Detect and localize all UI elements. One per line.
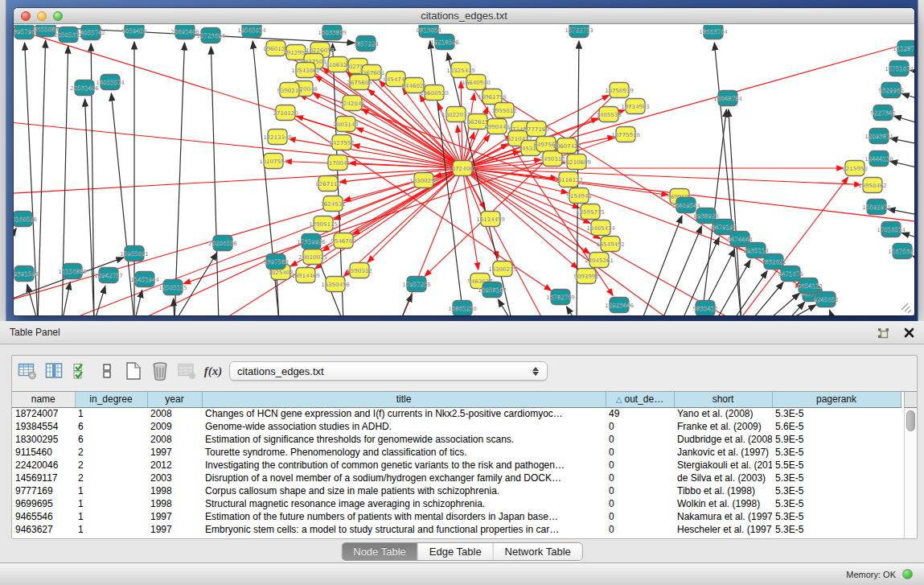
table-selector-combobox[interactable]: citations_edges.txt: [229, 361, 548, 381]
table-cell[interactable]: 2012: [147, 459, 202, 472]
table-cell[interactable]: 5.3E-5: [772, 523, 901, 536]
table-cell[interactable]: 5.6E-5: [772, 420, 901, 433]
network-node[interactable]: 12444118: [864, 151, 893, 167]
network-node[interactable]: 9242848: [339, 96, 364, 111]
table-cell[interactable]: Dudbridge et al. (2008): [674, 433, 772, 446]
network-node[interactable]: 7955812: [491, 103, 516, 118]
close-panel-icon[interactable]: [901, 326, 916, 340]
network-node[interactable]: 16914469: [291, 268, 320, 283]
table-cell[interactable]: Estimation of significance thresholds fo…: [202, 433, 606, 446]
network-node[interactable]: 17359926: [297, 234, 326, 249]
table-cell[interactable]: 19384554: [12, 420, 75, 433]
network-node[interactable]: 9329966: [878, 83, 904, 98]
table-row[interactable]: 911546021997Tourette syndrome. Phenomeno…: [12, 446, 901, 459]
network-node[interactable]: 9059458: [121, 25, 146, 39]
network-node[interactable]: 4170045: [325, 155, 350, 171]
table-cell[interactable]: 6: [75, 420, 147, 433]
table-cell[interactable]: Changes of HCN gene expression and I(f) …: [202, 407, 606, 420]
network-node[interactable]: 17957255: [402, 277, 431, 292]
table-cell[interactable]: 49: [606, 407, 674, 420]
network-node[interactable]: 11128774: [893, 41, 914, 56]
table-cell[interactable]: 9465546: [12, 510, 75, 523]
network-node[interactable]: 18775918: [611, 127, 640, 142]
network-node[interactable]: 16648784: [713, 91, 742, 106]
network-node[interactable]: 9397588: [263, 254, 288, 270]
table-cell[interactable]: 0: [606, 497, 674, 510]
network-node[interactable]: 9390213: [277, 83, 302, 98]
column-header-in_degree[interactable]: in_degree: [75, 392, 147, 407]
table-cell[interactable]: 1997: [147, 510, 202, 523]
network-node[interactable]: 20810035: [298, 249, 327, 265]
network-node[interactable]: 16033809: [318, 25, 347, 40]
delete-table-icon[interactable]: [149, 360, 171, 382]
table-cell[interactable]: 6: [75, 433, 147, 446]
table-cell[interactable]: 9777169: [12, 484, 75, 497]
column-header-pagerank[interactable]: pagerank: [772, 392, 901, 407]
table-cell[interactable]: Corpus callosum shape and size in male p…: [202, 484, 606, 497]
network-node[interactable]: 9154943: [566, 188, 591, 204]
table-cell[interactable]: 1: [75, 523, 147, 536]
network-node[interactable]: 20206556: [208, 236, 237, 251]
table-cell[interactable]: 0: [606, 472, 674, 484]
network-node[interactable]: 13210609: [562, 154, 591, 170]
network-node[interactable]: 7857224: [353, 36, 379, 51]
network-node[interactable]: 11451944: [130, 272, 159, 287]
table-cell[interactable]: 0: [606, 510, 674, 523]
table-cell[interactable]: 2008: [147, 433, 202, 446]
float-panel-icon[interactable]: [876, 326, 890, 340]
network-node[interactable]: 9835412: [692, 301, 717, 316]
network-node[interactable]: 22045261: [585, 253, 614, 268]
window-titlebar[interactable]: citations_edges.txt: [14, 8, 914, 24]
network-node[interactable]: 15955091: [120, 246, 149, 262]
table-header-row[interactable]: namein_degreeyeartitle△out_de…shortpager…: [12, 392, 901, 407]
table-cell[interactable]: 18724007: [12, 407, 75, 420]
table-row[interactable]: 1872400712008Changes of HCN gene express…: [12, 407, 901, 420]
table-cell[interactable]: Genome-wide association studies in ADHD.: [202, 420, 606, 433]
network-node[interactable]: 12093871: [864, 129, 893, 144]
zoom-window-icon[interactable]: [53, 11, 63, 21]
table-cell[interactable]: 2: [75, 459, 147, 472]
resize-grip-icon[interactable]: [901, 303, 911, 313]
network-node[interactable]: 15958462: [858, 178, 887, 193]
network-node[interactable]: 16116122: [554, 172, 583, 187]
table-cell[interactable]: 22420046: [12, 459, 75, 472]
node-table[interactable]: namein_degreeyeartitle△out_de…shortpager…: [12, 392, 901, 536]
table-row[interactable]: 2242004622012Investigating the contribut…: [12, 459, 901, 472]
column-header-short[interactable]: short: [674, 392, 772, 407]
table-cell[interactable]: Yano et al. (2008): [674, 407, 772, 420]
table-row[interactable]: 1938455462009Genome-wide association stu…: [12, 420, 901, 433]
network-node[interactable]: 19565014: [237, 25, 266, 38]
table-cell[interactable]: Stergiakouli et al. (2012): [674, 459, 772, 472]
table-cell[interactable]: 9463627: [12, 523, 75, 536]
table-cell[interactable]: 5.3E-5: [772, 497, 901, 510]
column-edit-icon[interactable]: [43, 360, 65, 382]
network-node[interactable]: 15350456: [321, 277, 350, 292]
network-node[interactable]: 9546780: [331, 233, 355, 249]
table-cell[interactable]: Tibbo et al. (1998): [674, 484, 772, 497]
table-cell[interactable]: 9115460: [12, 446, 75, 459]
table-cell[interactable]: 1: [75, 497, 147, 510]
network-node[interactable]: 8267110: [315, 176, 340, 192]
table-cell[interactable]: 0: [606, 433, 674, 446]
column-header-year[interactable]: year: [147, 392, 202, 407]
table-cell[interactable]: 1: [75, 484, 147, 497]
table-cell[interactable]: 18300295: [12, 433, 75, 446]
network-node[interactable]: 18485474: [586, 220, 615, 236]
network-node[interactable]: 17016514: [877, 222, 906, 237]
close-window-icon[interactable]: [21, 11, 31, 21]
network-node[interactable]: 9093992: [573, 269, 598, 284]
table-row[interactable]: 946362711997Embryonic stem cells: a mode…: [12, 523, 901, 536]
table-cell[interactable]: Disruption of a novel member of a sodium…: [202, 472, 606, 484]
vertical-scrollbar[interactable]: [904, 408, 917, 538]
table-cell[interactable]: 2: [75, 472, 147, 484]
table-cell[interactable]: Tourette syndrome. Phenomenology and cla…: [202, 446, 606, 459]
table-cell[interactable]: Hescheler et al. (1997): [674, 523, 772, 536]
new-table-icon[interactable]: [122, 360, 145, 382]
network-node[interactable]: 8990448: [484, 119, 509, 134]
rows-icon[interactable]: [96, 360, 118, 382]
network-node[interactable]: 14595775: [576, 204, 605, 220]
network-node[interactable]: 14055574: [96, 75, 125, 90]
network-node[interactable]: 2718120: [273, 105, 298, 121]
table-cell[interactable]: 1: [75, 510, 147, 523]
table-cell[interactable]: Franke et al. (2009): [674, 420, 772, 433]
